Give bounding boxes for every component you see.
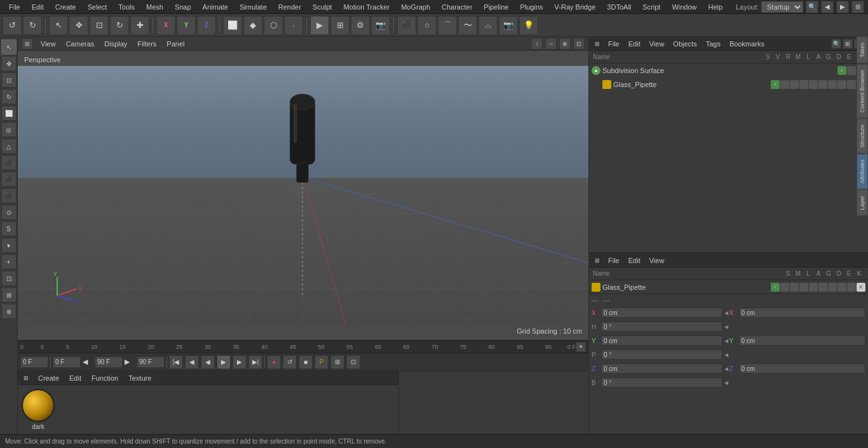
viewport-menu-cameras[interactable]: Cameras	[64, 39, 97, 49]
attr-icon-4[interactable]	[809, 283, 818, 292]
tree-row-glass-pipette[interactable]: Glass_Pipette ✓ K	[589, 78, 868, 92]
attr-object-row[interactable]: Glass_Pipette ✓ K	[589, 280, 868, 294]
play-btn[interactable]: ▶	[217, 355, 231, 369]
menu-mesh[interactable]: Mesh	[141, 2, 168, 12]
sidebar-plus-icon[interactable]: +	[1, 254, 17, 269]
menu-edit[interactable]: Edit	[27, 2, 49, 12]
viewport-menu-filters[interactable]: Filters	[135, 39, 159, 49]
material-drag-handle[interactable]: ⊞	[22, 374, 31, 383]
left-arrow-button[interactable]: ◀	[821, 1, 834, 13]
attr-x-pos-input[interactable]: 0 cm	[601, 308, 722, 318]
material-ball[interactable]	[22, 389, 55, 422]
render-settings-button[interactable]: ⚙	[351, 16, 370, 35]
material-menu-function[interactable]: Function	[89, 373, 121, 383]
start-frame-arrow[interactable]: ◀	[83, 356, 93, 368]
om-menu-bookmarks[interactable]: Bookmarks	[727, 39, 767, 49]
om-menu-tags[interactable]: Tags	[703, 39, 723, 49]
pipette-icon-4[interactable]	[809, 80, 818, 89]
tab-structure[interactable]: Structure	[857, 119, 868, 154]
poly-mode-button[interactable]: ⬡	[264, 16, 283, 35]
z-axis-button[interactable]: Z	[197, 16, 216, 35]
pipette-icon-7[interactable]	[837, 80, 846, 89]
start-frame-input[interactable]	[53, 356, 81, 368]
record-btn[interactable]: ●	[267, 355, 281, 369]
point-mode-button[interactable]: ·	[284, 16, 303, 35]
menu-character[interactable]: Character	[437, 2, 477, 12]
om-menu-view[interactable]: View	[647, 39, 667, 49]
end-frame-input[interactable]	[95, 356, 123, 368]
menu-sculpt[interactable]: Sculpt	[308, 2, 337, 12]
om-menu-file[interactable]: File	[606, 39, 622, 49]
x-axis-button[interactable]: X	[156, 16, 175, 35]
cube-btn[interactable]: ⬛	[397, 16, 416, 35]
reverse-play-btn[interactable]: ◀	[201, 355, 215, 369]
menu-tools[interactable]: Tools	[113, 2, 140, 12]
attr-y-pos-input[interactable]: 0 cm	[601, 336, 722, 346]
attr-menu-file[interactable]: File	[606, 255, 622, 266]
sidebar-move-icon[interactable]: ✥	[1, 56, 17, 71]
viewport-menu-panel[interactable]: Panel	[164, 39, 187, 49]
sidebar-scale-icon[interactable]: ⊡	[1, 72, 17, 88]
tab-attributes[interactable]: Attributes	[857, 154, 868, 189]
attr-x-size-input[interactable]: 0 cm	[739, 308, 866, 318]
sidebar-extrude-icon[interactable]: ⬛	[1, 155, 17, 170]
menu-3dtoall[interactable]: 3DToAll	[602, 2, 636, 12]
interactive-render-button[interactable]: 📷	[371, 16, 390, 35]
attr-z-size-input[interactable]: 0 cm	[739, 363, 866, 374]
attr-b-input[interactable]: 0 °	[601, 377, 722, 388]
attr-icon-2[interactable]	[790, 283, 799, 292]
menu-vray[interactable]: V-Ray Bridge	[550, 2, 601, 12]
material-menu-edit[interactable]: Edit	[67, 373, 84, 383]
sidebar-box-icon[interactable]: ⊡	[1, 271, 17, 286]
sidebar-live-icon[interactable]: ⬜	[1, 105, 17, 121]
timeline-options-btn[interactable]: ▾	[576, 342, 586, 352]
pipette-icon-1[interactable]	[780, 80, 789, 89]
attr-icon-9[interactable]: K	[857, 283, 865, 292]
pipette-check-icon[interactable]: ✓	[771, 80, 780, 89]
menu-window[interactable]: Window	[667, 2, 702, 12]
menu-render[interactable]: Render	[273, 2, 306, 12]
light-btn[interactable]: 💡	[519, 16, 538, 35]
tab-takes[interactable]: Takes	[857, 37, 868, 64]
om-menu-objects[interactable]: Objects	[670, 39, 699, 49]
select-tool-button[interactable]: ↖	[49, 16, 68, 35]
attr-p-input[interactable]: 0 °	[601, 350, 722, 360]
viewport-icon-2[interactable]: ↔	[545, 38, 557, 50]
attr-drag-handle[interactable]: ⊞	[593, 256, 602, 265]
attr-check-icon[interactable]: ✓	[771, 283, 780, 292]
render-button[interactable]: ▶	[310, 16, 329, 35]
om-menu-edit[interactable]: Edit	[626, 39, 643, 49]
viewport-icon-4[interactable]: ⊡	[573, 38, 585, 50]
tab-content-browser[interactable]: Content Browser	[857, 64, 868, 118]
tab-layer[interactable]: Layer	[857, 190, 868, 216]
loop-btn[interactable]: ↺	[283, 355, 297, 369]
menu-plugins[interactable]: Plugins	[515, 2, 548, 12]
expand-button[interactable]: ⊞	[851, 1, 864, 13]
y-axis-button[interactable]: Y	[177, 16, 196, 35]
viewport-menu-display[interactable]: Display	[102, 39, 130, 49]
timeline-ruler[interactable]: 0 0 5 10 15 20 25 30 35 40 45 50 55	[18, 340, 588, 353]
first-frame-btn[interactable]: |◀	[169, 355, 183, 369]
rotate-tool-button[interactable]: ↻	[110, 16, 129, 35]
om-drag-handle[interactable]: ⊞	[593, 39, 602, 48]
search-button[interactable]: 🔍	[806, 1, 818, 13]
attr-icon-7[interactable]	[837, 283, 846, 292]
tree-row-subdivision[interactable]: ● Subdivision Surface ✓	[589, 64, 868, 78]
scale-tool-button[interactable]: ⊡	[90, 16, 109, 35]
total-frames-input[interactable]	[137, 356, 165, 368]
sidebar-grid-icon[interactable]: ⊞	[1, 287, 17, 302]
spline-btn[interactable]: ⌒	[438, 16, 457, 35]
sidebar-snap-icon[interactable]: ◎	[1, 122, 17, 137]
sidebar-knife-icon[interactable]: ⬛	[1, 172, 17, 187]
sidebar-drop-icon[interactable]: ▾	[1, 238, 17, 253]
sphere-btn[interactable]: ○	[417, 16, 437, 35]
menu-select[interactable]: Select	[83, 2, 112, 12]
attr-z-pos-input[interactable]: 0 cm	[601, 363, 722, 374]
material-item[interactable]: dark	[22, 389, 55, 430]
render-region-button[interactable]: ⊞	[330, 16, 349, 35]
pipette-icon-6[interactable]	[828, 80, 837, 89]
material-menu-texture[interactable]: Texture	[126, 373, 154, 383]
menu-file[interactable]: File	[4, 2, 25, 12]
viewport-menu-view[interactable]: View	[38, 39, 58, 49]
end-frame-arrow[interactable]: ▶	[125, 356, 135, 368]
